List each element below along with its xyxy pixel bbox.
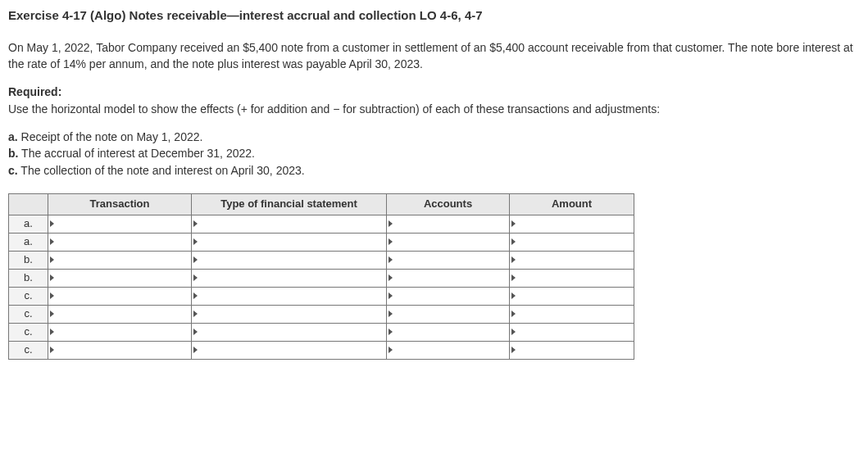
type-input[interactable]: [192, 251, 387, 269]
type-input[interactable]: [192, 269, 387, 287]
dropdown-icon: [511, 220, 516, 227]
accounts-input[interactable]: [387, 287, 510, 305]
type-input[interactable]: [192, 341, 387, 359]
transaction-input[interactable]: [48, 233, 192, 251]
dropdown-icon: [389, 220, 393, 227]
table-row: c.: [9, 287, 634, 305]
dropdown-icon: [50, 311, 54, 317]
amount-input[interactable]: [510, 233, 634, 251]
dropdown-icon: [193, 256, 198, 263]
row-label: c.: [9, 323, 48, 341]
type-input[interactable]: [192, 323, 387, 341]
transaction-input[interactable]: [48, 215, 192, 233]
accounts-input[interactable]: [387, 215, 510, 233]
dropdown-icon: [511, 274, 516, 281]
required-block: Required: Use the horizontal model to sh…: [8, 84, 860, 117]
header-type: Type of financial statement: [192, 193, 387, 215]
table-body: a. a. b. b. c.: [9, 215, 634, 359]
row-label: c.: [9, 287, 48, 305]
dropdown-icon: [50, 238, 54, 245]
item-c-text: The collection of the note and interest …: [18, 164, 305, 177]
transaction-input[interactable]: [48, 323, 192, 341]
item-a-label: a.: [8, 130, 18, 143]
type-input[interactable]: [192, 287, 387, 305]
table-row: a.: [9, 215, 634, 233]
transaction-input[interactable]: [48, 341, 192, 359]
dropdown-icon: [50, 329, 54, 335]
table-row: c.: [9, 341, 634, 359]
dropdown-icon: [50, 274, 54, 281]
header-blank: [9, 193, 48, 215]
item-b-label: b.: [8, 147, 18, 160]
accounts-input[interactable]: [387, 341, 510, 359]
exercise-title: Exercise 4-17 (Algo) Notes receivable—in…: [8, 7, 860, 25]
dropdown-icon: [193, 238, 198, 245]
accounts-input[interactable]: [387, 323, 510, 341]
amount-input[interactable]: [510, 215, 634, 233]
row-label: b.: [9, 269, 48, 287]
table-row: c.: [9, 305, 634, 323]
dropdown-icon: [389, 292, 393, 299]
amount-input[interactable]: [510, 251, 634, 269]
header-accounts: Accounts: [387, 193, 510, 215]
amount-input[interactable]: [510, 305, 634, 323]
item-b-text: The accrual of interest at December 31, …: [18, 147, 254, 160]
amount-input[interactable]: [510, 269, 634, 287]
dropdown-icon: [389, 256, 393, 263]
required-label: Required:: [8, 85, 61, 98]
dropdown-icon: [511, 347, 516, 353]
dropdown-icon: [193, 220, 198, 227]
table-row: b.: [9, 269, 634, 287]
dropdown-icon: [389, 274, 393, 281]
header-amount: Amount: [510, 193, 634, 215]
dropdown-icon: [193, 292, 198, 299]
row-label: a.: [9, 215, 48, 233]
dropdown-icon: [50, 347, 54, 353]
accounts-input[interactable]: [387, 269, 510, 287]
row-label: c.: [9, 341, 48, 359]
item-list: a. Receipt of the note on May 1, 2022. b…: [8, 129, 860, 179]
type-input[interactable]: [192, 233, 387, 251]
amount-input[interactable]: [510, 323, 634, 341]
dropdown-icon: [511, 292, 516, 299]
amount-input[interactable]: [510, 341, 634, 359]
dropdown-icon: [50, 256, 54, 263]
dropdown-icon: [511, 311, 516, 317]
table-row: c.: [9, 323, 634, 341]
row-label: a.: [9, 233, 48, 251]
row-label: c.: [9, 305, 48, 323]
dropdown-icon: [193, 274, 198, 281]
required-text: Use the horizontal model to show the eff…: [8, 102, 660, 116]
dropdown-icon: [193, 311, 198, 317]
table-row: b.: [9, 251, 634, 269]
row-label: b.: [9, 251, 48, 269]
item-c-label: c.: [8, 164, 18, 177]
dropdown-icon: [511, 256, 516, 263]
dropdown-icon: [50, 220, 54, 227]
dropdown-icon: [389, 347, 393, 353]
dropdown-icon: [511, 329, 516, 335]
table-row: a.: [9, 233, 634, 251]
accounts-input[interactable]: [387, 305, 510, 323]
transaction-input[interactable]: [48, 269, 192, 287]
accounts-input[interactable]: [387, 251, 510, 269]
transaction-input[interactable]: [48, 251, 192, 269]
dropdown-icon: [193, 347, 198, 353]
transaction-input[interactable]: [48, 305, 192, 323]
dropdown-icon: [50, 292, 54, 299]
header-transaction: Transaction: [48, 193, 192, 215]
dropdown-icon: [389, 311, 393, 317]
dropdown-icon: [389, 329, 393, 335]
table-header-row: Transaction Type of financial statement …: [9, 193, 634, 215]
amount-input[interactable]: [510, 287, 634, 305]
transactions-table: Transaction Type of financial statement …: [8, 193, 634, 360]
transaction-input[interactable]: [48, 287, 192, 305]
dropdown-icon: [193, 329, 198, 335]
type-input[interactable]: [192, 305, 387, 323]
intro-paragraph: On May 1, 2022, Tabor Company received a…: [8, 39, 860, 73]
item-a-text: Receipt of the note on May 1, 2022.: [18, 130, 203, 143]
accounts-input[interactable]: [387, 233, 510, 251]
type-input[interactable]: [192, 215, 387, 233]
dropdown-icon: [389, 238, 393, 245]
dropdown-icon: [511, 238, 516, 245]
